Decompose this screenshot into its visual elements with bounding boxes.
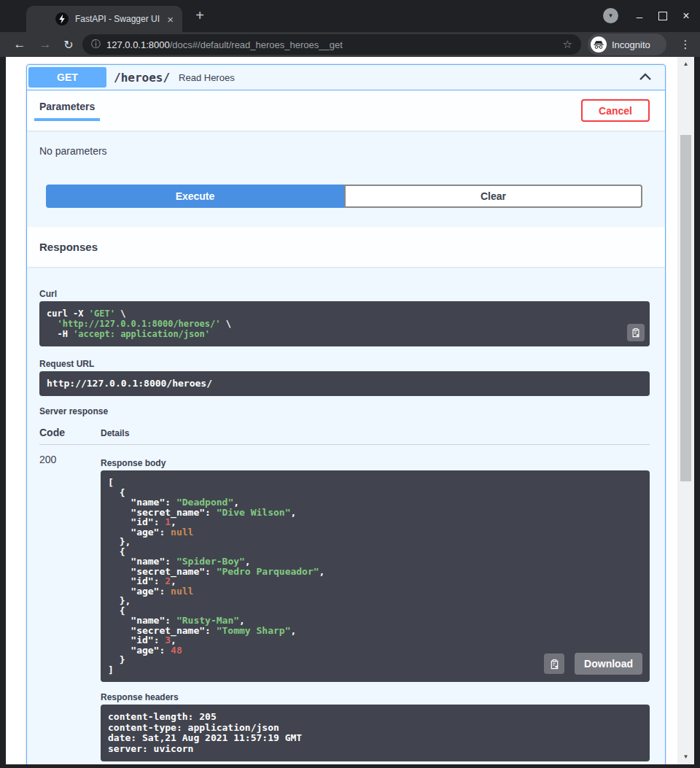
response-body-label: Response body [101, 458, 650, 468]
scrollbar-up-arrow[interactable]: ▲ [677, 61, 694, 67]
request-url-block: http://127.0.0.1:8000/heroes/ [39, 371, 650, 396]
new-tab-button[interactable]: + [191, 8, 209, 23]
browser-tab[interactable]: FastAPI - Swagger UI × [26, 6, 182, 32]
response-body-actions: Download [544, 653, 642, 675]
back-button[interactable]: ← [9, 32, 31, 57]
copy-curl-button[interactable] [627, 324, 645, 341]
code-column-header: Code [39, 427, 101, 438]
request-url-label: Request URL [39, 359, 650, 369]
endpoint-summary: Read Heroes [179, 72, 636, 83]
response-headers-block: content-length: 205 content-type: applic… [101, 705, 650, 761]
browser-tab-bar: FastAPI - Swagger UI × + ▾ – × [0, 0, 700, 32]
execute-row: Execute Clear [46, 185, 642, 208]
cancel-button[interactable]: Cancel [581, 99, 650, 122]
url-path: /docs#/default/read_heroes_heroes__get [170, 39, 343, 50]
clipboard-copy-icon [631, 327, 641, 338]
bookmark-star-icon[interactable]: ☆ [563, 38, 572, 51]
execute-button[interactable]: Execute [46, 185, 344, 208]
responses-title: Responses [39, 241, 98, 253]
copy-response-button[interactable] [544, 653, 564, 674]
media-control-button[interactable]: ▾ [603, 8, 618, 23]
curl-command-block: curl -X 'GET' \ 'http://127.0.0.1:8000/h… [39, 301, 650, 346]
clipboard-copy-icon [549, 659, 560, 670]
endpoint-path: /heroes/ [114, 71, 170, 85]
curl-label: Curl [39, 289, 650, 299]
maximize-icon [658, 12, 667, 20]
page-scrollbar[interactable]: ▲ ▼ [677, 57, 694, 764]
no-parameters-text: No parameters [39, 145, 665, 157]
tab-parameters[interactable]: Parameters [34, 90, 100, 121]
opblock-get-heroes: GET /heroes/ Read Heroes Parameters Canc… [26, 64, 666, 764]
incognito-label: Incognito [612, 39, 650, 50]
swagger-page: GET /heroes/ Read Heroes Parameters Canc… [6, 57, 677, 764]
download-button[interactable]: Download [575, 653, 642, 675]
chevron-down-icon: ▾ [609, 12, 612, 19]
responses-body: Curl curl -X 'GET' \ 'http://127.0.0.1:8… [27, 289, 665, 761]
browser-menu-button[interactable]: ⋮ [676, 32, 695, 57]
status-code: 200 [39, 454, 101, 761]
opblock-summary[interactable]: GET /heroes/ Read Heroes [27, 65, 665, 90]
details-column-header: Details [101, 428, 129, 438]
window-close-button[interactable]: × [675, 0, 697, 32]
responses-section-header: Responses [27, 227, 665, 267]
incognito-badge: Incognito [588, 34, 666, 55]
parameters-header: Parameters Cancel [27, 90, 665, 131]
response-headers-label: Response headers [101, 692, 650, 702]
response-details: Response body [ { "name": "Deadpond", "s… [101, 454, 650, 761]
http-method-badge: GET [28, 67, 106, 88]
scrollbar-thumb[interactable] [680, 135, 691, 481]
incognito-icon [591, 36, 607, 53]
url-host: 127.0.0.1:8000 [106, 39, 170, 50]
collapse-button[interactable] [636, 69, 655, 86]
forward-button[interactable]: → [34, 32, 56, 57]
window-minimize-button[interactable]: – [629, 0, 650, 32]
browser-toolbar: ← → ↻ ⓘ 127.0.0.1:8000/docs#/default/rea… [0, 32, 700, 57]
address-bar[interactable]: ⓘ 127.0.0.1:8000/docs#/default/read_hero… [82, 34, 581, 55]
tab-close-icon[interactable]: × [166, 12, 175, 26]
tab-title: FastAPI - Swagger UI [75, 14, 166, 24]
reload-button[interactable]: ↻ [58, 32, 79, 57]
fastapi-favicon-icon [55, 12, 69, 26]
site-info-icon[interactable]: ⓘ [91, 38, 101, 51]
chevron-up-icon [639, 72, 652, 81]
response-body-block: [ { "name": "Deadpond", "secret_name": "… [101, 470, 650, 682]
response-row-200: 200 Response body [ { "name": "Deadpond"… [39, 445, 650, 761]
scrollbar-down-arrow[interactable]: ▼ [677, 753, 694, 760]
url-text: 127.0.0.1:8000/docs#/default/read_heroes… [106, 39, 557, 50]
window-maximize-button[interactable] [652, 0, 674, 32]
response-table-header: Code Details [39, 427, 650, 445]
clear-button[interactable]: Clear [344, 185, 642, 208]
server-response-label: Server response [39, 406, 650, 416]
